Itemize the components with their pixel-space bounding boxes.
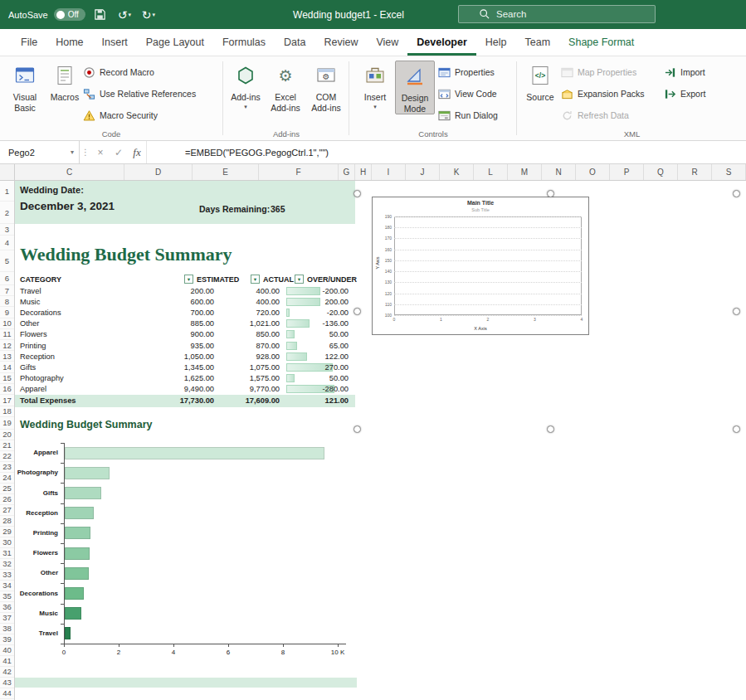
view-code-button[interactable]: View Code [438,85,497,103]
autosave-toggle[interactable]: Off [54,8,85,21]
tab-developer[interactable]: Developer [407,29,475,56]
resize-handle-nw[interactable] [353,190,361,197]
cells-area[interactable]: Wedding Date: December 3, 2021 Days Rema… [15,181,746,700]
macro-security-button[interactable]: Macro Security [83,106,158,124]
column-header-q[interactable]: Q [644,164,678,180]
row-header-13[interactable]: 13 [0,351,14,362]
resize-handle-sw[interactable] [353,425,361,433]
macros-button[interactable]: Macros [46,61,83,103]
row-header-9[interactable]: 9 [0,307,14,318]
column-header-l[interactable]: L [474,164,508,180]
row-header-38[interactable]: 38 [0,624,14,634]
name-box[interactable]: Pego2 ▾ [0,141,80,163]
row-header-25[interactable]: 25 [0,484,14,494]
cancel-button[interactable]: × [91,141,110,163]
column-header-i[interactable]: I [372,164,406,180]
refresh-data-button[interactable]: Refresh Data [561,106,629,124]
column-header-h[interactable]: H [355,164,372,180]
row-header-18[interactable]: 18 [0,406,14,417]
tab-view[interactable]: View [367,29,407,56]
column-header-o[interactable]: O [576,164,610,180]
resize-handle-ne[interactable] [733,190,740,197]
row-header-17[interactable]: 17 [0,395,14,406]
tab-help[interactable]: Help [476,29,516,56]
column-header-g[interactable]: G [339,164,355,180]
tab-review[interactable]: Review [314,29,367,56]
enter-button[interactable]: ✓ [110,141,128,163]
row-header-14[interactable]: 14 [0,362,14,372]
column-header-c[interactable]: C [15,164,124,180]
row-header-19[interactable]: 19 [0,417,14,430]
import-button[interactable]: Import [664,63,705,81]
row-header-16[interactable]: 16 [0,384,14,395]
row-header-3[interactable]: 3 [0,224,14,236]
formula-bar-splitter[interactable]: ⋮ [80,141,91,163]
row-header-31[interactable]: 31 [0,548,14,559]
row-header-1[interactable]: 1 [0,181,14,202]
row-header-35[interactable]: 35 [0,591,14,602]
resize-handle-se[interactable] [733,425,740,433]
row-header-12[interactable]: 12 [0,340,14,351]
row-header-11[interactable]: 11 [0,329,14,340]
export-button[interactable]: Export [664,85,705,103]
row-header-28[interactable]: 28 [0,516,14,527]
row-header-8[interactable]: 8 [0,296,14,307]
add-ins-button[interactable]: Add-ins ▾ [227,61,264,110]
tab-shape-format[interactable]: Shape Format [559,29,643,56]
column-header-r[interactable]: R [678,164,712,180]
row-header-43[interactable]: 43 [0,678,14,688]
row-header-27[interactable]: 27 [0,505,14,516]
search-box[interactable]: Search [458,5,656,23]
tab-file[interactable]: File [12,29,46,56]
row-header-15[interactable]: 15 [0,373,14,384]
column-header-n[interactable]: N [542,164,576,180]
row-header-21[interactable]: 21 [0,440,14,451]
row-header-23[interactable]: 23 [0,462,14,473]
column-header-k[interactable]: K [440,164,474,180]
select-all-corner[interactable] [0,164,15,181]
row-header-32[interactable]: 32 [0,559,14,570]
formula-input[interactable]: =EMBED("PEGOG.PegogCtrl.1","") [146,141,746,163]
column-header-e[interactable]: E [193,164,259,180]
map-properties-button[interactable]: Map Properties [561,63,636,81]
row-header-36[interactable]: 36 [0,602,14,613]
save-button[interactable] [91,5,110,25]
tab-insert[interactable]: Insert [93,29,137,56]
column-header-m[interactable]: M [508,164,542,180]
tab-page-layout[interactable]: Page Layout [137,29,213,56]
row-header-30[interactable]: 30 [0,537,14,548]
row-header-42[interactable]: 42 [0,667,14,678]
row-header-41[interactable]: 41 [0,656,14,667]
column-header-s[interactable]: S [712,164,746,180]
row-header-24[interactable]: 24 [0,473,14,484]
resize-handle-s[interactable] [547,425,554,433]
row-header-39[interactable]: 39 [0,634,14,645]
expansion-packs-button[interactable]: Expansion Packs [561,85,645,103]
resize-handle-n[interactable] [547,190,554,197]
row-header-20[interactable]: 20 [0,430,14,440]
row-header-44[interactable]: 44 [0,688,14,699]
row-header-6[interactable]: 6 [0,272,14,285]
insert-control-button[interactable]: Insert ▾ [357,61,393,110]
row-header-40[interactable]: 40 [0,645,14,656]
source-button[interactable]: </> Source [523,61,558,103]
run-dialog-button[interactable]: Run Dialog [438,106,498,124]
tab-formulas[interactable]: Formulas [213,29,275,56]
tab-home[interactable]: Home [46,29,92,56]
resize-handle-w[interactable] [353,308,361,315]
row-header-2[interactable]: 2 [0,202,14,224]
tab-data[interactable]: Data [275,29,314,56]
properties-button[interactable]: Properties [438,63,495,81]
row-header-7[interactable]: 7 [0,285,14,296]
row-header-4[interactable]: 4 [0,236,14,250]
tab-team[interactable]: Team [516,29,560,56]
undo-button[interactable]: ↺▾ [115,5,134,25]
resize-handle-e[interactable] [733,308,740,315]
column-header-p[interactable]: P [610,164,644,180]
row-header-37[interactable]: 37 [0,613,14,624]
row-header-22[interactable]: 22 [0,451,14,462]
com-add-ins-button[interactable]: ⚙ COM Add-ins [307,61,345,113]
column-header-d[interactable]: D [124,164,193,180]
row-header-34[interactable]: 34 [0,581,14,591]
column-header-f[interactable]: F [259,164,339,180]
